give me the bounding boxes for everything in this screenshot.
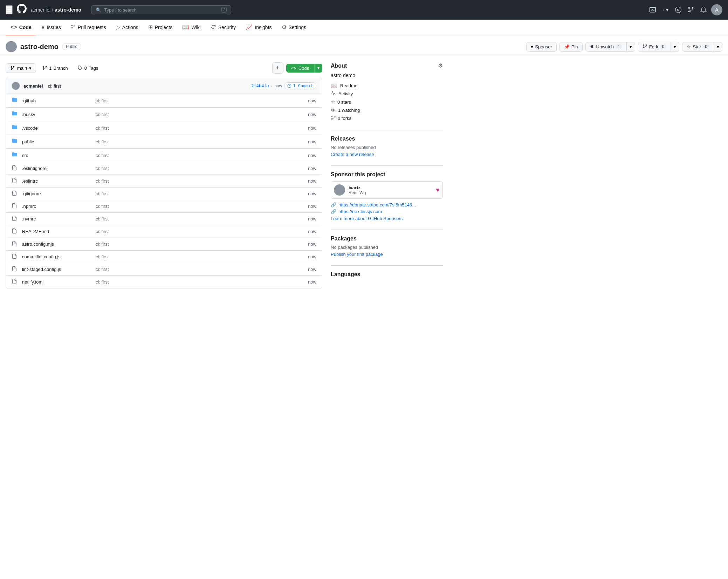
tab-issues[interactable]: ● Issues bbox=[36, 20, 66, 35]
file-commit-message[interactable]: ci: first bbox=[96, 153, 292, 158]
fork-dropdown-button[interactable]: ▾ bbox=[671, 42, 679, 52]
sponsor-button[interactable]: ♥ Sponsor bbox=[526, 42, 557, 52]
pull-requests-nav-button[interactable] bbox=[686, 5, 696, 15]
languages-title: Languages bbox=[331, 271, 443, 278]
tab-security-label: Security bbox=[218, 25, 236, 30]
commit-count-link[interactable]: 1 Commit bbox=[284, 82, 316, 89]
add-file-button[interactable]: + bbox=[272, 62, 283, 74]
file-name[interactable]: .vscode bbox=[22, 125, 92, 131]
watching-text: 1 watching bbox=[338, 108, 360, 113]
packages-empty-text: No packages published bbox=[331, 245, 443, 250]
tab-wiki-label: Wiki bbox=[191, 25, 200, 30]
file-commit-message[interactable]: ci: first bbox=[96, 166, 292, 171]
star-button[interactable]: ☆ Star 0 bbox=[682, 42, 714, 52]
file-name[interactable]: lint-staged.config.js bbox=[22, 267, 92, 272]
gear-icon[interactable]: ⚙ bbox=[438, 62, 443, 69]
nav-username[interactable]: acmenlei bbox=[31, 7, 50, 13]
file-commit-message[interactable]: ci: first bbox=[96, 125, 292, 131]
tag-icon bbox=[78, 66, 83, 70]
nav-reponame[interactable]: astro-demo bbox=[55, 7, 81, 13]
file-commit-message[interactable]: ci: first bbox=[96, 279, 292, 285]
branches-link[interactable]: 1 Branch bbox=[39, 64, 71, 73]
svg-point-16 bbox=[11, 66, 12, 67]
learn-more-sponsors-link[interactable]: Learn more about GitHub Sponsors bbox=[331, 216, 403, 221]
code-dropdown-button[interactable]: ▾ bbox=[314, 64, 322, 73]
activity-link-text[interactable]: Activity bbox=[338, 91, 353, 96]
star-dropdown-button[interactable]: ▾ bbox=[714, 42, 722, 52]
sponsor-url-2[interactable]: 🔗 https://nextlessjs.com bbox=[331, 209, 443, 214]
tab-settings[interactable]: ⚙ Settings bbox=[277, 20, 311, 35]
tab-insights[interactable]: 📈 Insights bbox=[241, 20, 276, 35]
file-name[interactable]: README.md bbox=[22, 229, 92, 234]
terminal-button[interactable] bbox=[648, 5, 658, 15]
commit-author-name[interactable]: acmenlei bbox=[23, 83, 43, 89]
file-commit-message[interactable]: ci: first bbox=[96, 241, 292, 247]
tab-actions[interactable]: ▷ Actions bbox=[111, 20, 143, 35]
readme-link-text[interactable]: Readme bbox=[340, 83, 357, 88]
file-commit-message[interactable]: ci: first bbox=[96, 216, 292, 222]
issues-inbox-button[interactable] bbox=[673, 5, 683, 15]
tab-projects[interactable]: ⊞ Projects bbox=[143, 20, 178, 35]
table-row: public ci: first now bbox=[6, 135, 322, 149]
hamburger-menu-button[interactable]: ☰ bbox=[6, 5, 13, 14]
file-commit-message[interactable]: ci: first bbox=[96, 267, 292, 272]
branch-selector-button[interactable]: main ▾ bbox=[6, 63, 36, 73]
create-new-button[interactable]: + ▾ bbox=[660, 6, 671, 14]
file-name[interactable]: netlify.toml bbox=[22, 279, 92, 285]
file-commit-message[interactable]: ci: first bbox=[96, 178, 292, 184]
file-commit-message[interactable]: ci: first bbox=[96, 229, 292, 234]
heart-icon: ♥ bbox=[531, 44, 534, 49]
star-count-icon: ☆ bbox=[331, 99, 335, 105]
fork-count-icon bbox=[331, 115, 336, 121]
unwatch-dropdown-button[interactable]: ▾ bbox=[627, 42, 635, 52]
file-commit-message[interactable]: ci: first bbox=[96, 204, 292, 209]
breadcrumb-separator: / bbox=[52, 7, 53, 13]
svg-point-20 bbox=[43, 66, 44, 67]
fork-button[interactable]: Fork 0 bbox=[638, 42, 671, 52]
file-name[interactable]: .gitignore bbox=[22, 191, 92, 196]
commit-message[interactable]: ci: first bbox=[48, 83, 61, 89]
tab-pr-label: Pull requests bbox=[78, 25, 106, 30]
user-avatar[interactable]: A bbox=[711, 4, 722, 15]
pin-button[interactable]: 📌 Pin bbox=[559, 42, 583, 52]
commit-author-avatar bbox=[12, 82, 20, 90]
file-name[interactable]: src bbox=[22, 153, 92, 158]
file-commit-message[interactable]: ci: first bbox=[96, 139, 292, 144]
global-search[interactable]: 🔍 Type / to search / bbox=[91, 5, 231, 14]
file-name[interactable]: public bbox=[22, 139, 92, 144]
sponsor-url-1[interactable]: 🔗 https://donate.stripe.com/7sI5m5146... bbox=[331, 202, 443, 207]
tab-security[interactable]: 🛡 Security bbox=[206, 20, 241, 35]
table-row: .eslintrc ci: first now bbox=[6, 175, 322, 188]
notifications-button[interactable] bbox=[699, 5, 708, 15]
commit-hash-link[interactable]: 2f4b4fa bbox=[251, 83, 269, 88]
unwatch-button[interactable]: 👁 Unwatch 1 bbox=[585, 42, 627, 52]
link-icon-1: 🔗 bbox=[331, 202, 336, 207]
file-name[interactable]: .github bbox=[22, 98, 92, 103]
file-commit-message[interactable]: ci: first bbox=[96, 254, 292, 259]
file-name[interactable]: .eslintrc bbox=[22, 178, 92, 184]
create-release-link[interactable]: Create a new release bbox=[331, 152, 374, 157]
file-name[interactable]: .npmrc bbox=[22, 204, 92, 209]
chevron-down-icon: ▾ bbox=[666, 7, 668, 13]
activity-link[interactable]: Activity bbox=[331, 91, 443, 97]
tab-pull-requests[interactable]: Pull requests bbox=[66, 20, 111, 35]
github-logo[interactable] bbox=[17, 4, 27, 16]
file-name[interactable]: .eslintignore bbox=[22, 166, 92, 171]
eye-count-icon: 👁 bbox=[331, 107, 336, 113]
sponsor-username[interactable]: ixartz bbox=[349, 185, 366, 190]
code-button[interactable]: <> Code bbox=[286, 64, 314, 73]
file-commit-message[interactable]: ci: first bbox=[96, 98, 292, 103]
file-name[interactable]: commitlint.config.js bbox=[22, 254, 92, 259]
sponsor-heart-icon[interactable]: ♥ bbox=[436, 186, 440, 194]
readme-link[interactable]: 📖 Readme bbox=[331, 82, 443, 89]
history-icon bbox=[287, 84, 291, 88]
file-name[interactable]: astro.config.mjs bbox=[22, 241, 92, 247]
file-commit-message[interactable]: ci: first bbox=[96, 112, 292, 117]
publish-package-link[interactable]: Publish your first package bbox=[331, 252, 383, 257]
file-commit-message[interactable]: ci: first bbox=[96, 191, 292, 196]
tags-link[interactable]: 0 Tags bbox=[74, 64, 102, 73]
tab-code[interactable]: <> Code bbox=[6, 20, 36, 35]
file-name[interactable]: .husky bbox=[22, 112, 92, 117]
tab-wiki[interactable]: 📖 Wiki bbox=[177, 20, 205, 35]
file-name[interactable]: .nvmrc bbox=[22, 216, 92, 222]
